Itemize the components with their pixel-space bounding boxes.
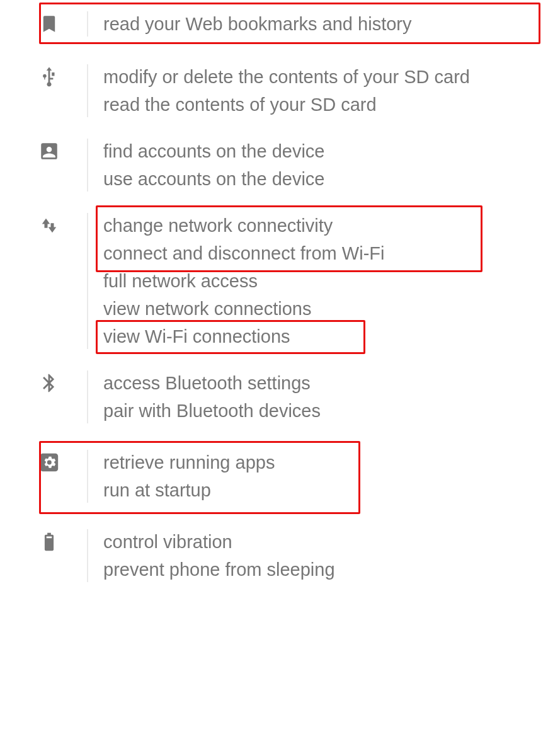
permission-item: read the contents of your SD card	[103, 91, 506, 118]
divider	[87, 64, 88, 117]
divider	[87, 450, 88, 503]
permission-group-bluetooth[interactable]: access Bluetooth settings pair with Blue…	[11, 369, 537, 425]
permissions-list: read your Web bookmarks and history modi…	[0, 0, 548, 609]
person-box-icon	[38, 140, 60, 163]
settings-icon	[38, 451, 60, 474]
permission-item: full network access	[103, 267, 506, 295]
svg-rect-0	[40, 454, 58, 471]
bookmark-icon	[38, 13, 60, 35]
permission-item: retrieve running apps	[103, 449, 506, 476]
network-icon	[38, 214, 60, 237]
permission-group-battery[interactable]: control vibration prevent phone from sle…	[11, 528, 537, 583]
permission-item: use accounts on the device	[103, 165, 506, 193]
permission-item: find accounts on the device	[103, 137, 506, 165]
permission-item: connect and disconnect from Wi-Fi	[103, 239, 506, 267]
divider	[87, 529, 88, 582]
battery-icon	[38, 530, 60, 553]
permission-item: access Bluetooth settings	[103, 369, 506, 397]
permission-item: run at startup	[103, 476, 506, 504]
permission-item: view Wi-Fi connections	[103, 323, 506, 350]
permission-group-network[interactable]: change network connectivity connect and …	[11, 212, 537, 350]
divider	[87, 139, 88, 192]
divider	[87, 11, 88, 37]
permission-group-storage[interactable]: modify or delete the contents of your SD…	[11, 63, 537, 118]
permission-item: pair with Bluetooth devices	[103, 397, 506, 425]
divider	[87, 370, 88, 423]
permission-item: change network connectivity	[103, 212, 506, 239]
permission-item: modify or delete the contents of your SD…	[103, 63, 506, 91]
permission-item: control vibration	[103, 528, 506, 556]
permission-item: view network connections	[103, 295, 506, 323]
permission-group-accounts[interactable]: find accounts on the device use accounts…	[11, 137, 537, 193]
bluetooth-icon	[38, 372, 60, 394]
permission-group-system[interactable]: retrieve running apps run at startup	[11, 444, 537, 509]
permission-item: prevent phone from sleeping	[103, 556, 506, 583]
divider	[87, 213, 88, 349]
permission-item: read your Web bookmarks and history	[103, 10, 506, 38]
permission-group-bookmarks[interactable]: read your Web bookmarks and history	[11, 0, 537, 44]
usb-icon	[38, 66, 60, 88]
